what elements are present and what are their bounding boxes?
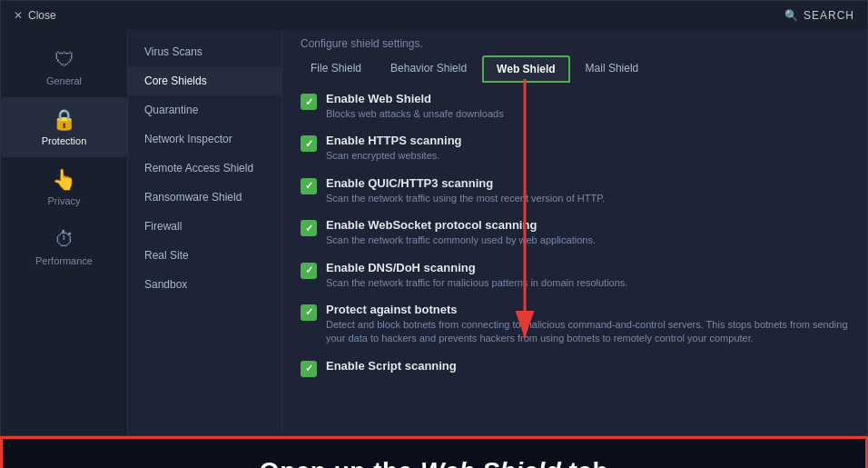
setting-title-quic: Enable QUIC/HTTP3 scanning xyxy=(326,176,849,190)
close-label: Close xyxy=(28,9,56,22)
submenu: Virus Scans Core Shields Quarantine Netw… xyxy=(128,30,282,435)
setting-title-web-shield: Enable Web Shield xyxy=(326,92,849,105)
setting-title-websocket: Enable WebSocket protocol scanning xyxy=(326,218,849,232)
tab-web-shield[interactable]: Web Shield xyxy=(482,55,569,83)
submenu-core-shields[interactable]: Core Shields xyxy=(128,66,281,95)
setting-script-scanning: Enable Script scanning xyxy=(301,359,849,377)
setting-title-script: Enable Script scanning xyxy=(326,359,849,373)
setting-desc-quic: Scan the network traffic using the most … xyxy=(326,192,849,205)
checkbox-dns-scanning[interactable] xyxy=(301,263,317,279)
sidebar-item-general[interactable]: 🛡 General xyxy=(1,37,127,97)
setting-desc-botnets: Detect and block botnets from connecting… xyxy=(326,318,849,346)
setting-dns-scanning: Enable DNS/DoH scanning Scan the network… xyxy=(301,261,849,290)
submenu-virus-scans[interactable]: Virus Scans xyxy=(128,37,281,66)
setting-websocket-scanning: Enable WebSocket protocol scanning Scan … xyxy=(301,218,849,247)
search-icon: 🔍 xyxy=(784,9,798,22)
protection-icon: 🔒 xyxy=(52,108,76,132)
tab-file-shield[interactable]: File Shield xyxy=(297,55,375,83)
checkbox-botnets[interactable] xyxy=(301,304,317,321)
submenu-network-inspector[interactable]: Network Inspector xyxy=(128,124,281,154)
setting-enable-web-shield: Enable Web Shield Blocks web attacks & u… xyxy=(301,92,849,121)
submenu-firewall[interactable]: Firewall xyxy=(128,212,281,241)
checkbox-https-scanning[interactable] xyxy=(301,135,317,152)
setting-title-https: Enable HTTPS scanning xyxy=(326,134,849,147)
sidebar-label-performance: Performance xyxy=(35,255,93,266)
submenu-real-site[interactable]: Real Site xyxy=(128,241,281,270)
main-content: 🛡 General 🔒 Protection 👆 Privacy ⏱ Perfo… xyxy=(1,30,867,435)
settings-header: Configure shield settings. xyxy=(282,30,867,50)
banner-italic: Web Shield xyxy=(420,457,561,468)
banner-text: Open up the Web Shield tab xyxy=(260,457,608,468)
sidebar-item-performance[interactable]: ⏱ Performance xyxy=(1,217,127,277)
submenu-quarantine[interactable]: Quarantine xyxy=(128,95,281,124)
checkbox-websocket-scanning[interactable] xyxy=(301,220,317,236)
setting-desc-web-shield: Blocks web attacks & unsafe downloads xyxy=(326,107,849,121)
title-bar: ✕ Close 🔍 SEARCH xyxy=(1,1,867,30)
sidebar-label-general: General xyxy=(46,75,82,86)
tabs-row: File Shield Behavior Shield Web Shield M… xyxy=(282,50,867,83)
bottom-banner: Open up the Web Shield tab xyxy=(0,436,868,468)
search-label: SEARCH xyxy=(804,9,854,22)
setting-quic-scanning: Enable QUIC/HTTP3 scanning Scan the netw… xyxy=(301,176,849,205)
search-button[interactable]: 🔍 SEARCH xyxy=(784,9,854,22)
general-icon: 🛡 xyxy=(54,48,74,72)
sidebar: 🛡 General 🔒 Protection 👆 Privacy ⏱ Perfo… xyxy=(1,30,128,435)
sidebar-item-privacy[interactable]: 👆 Privacy xyxy=(1,157,127,217)
checkbox-enable-web-shield[interactable] xyxy=(301,94,317,110)
sidebar-label-privacy: Privacy xyxy=(47,195,80,206)
checkbox-quic-scanning[interactable] xyxy=(301,178,317,194)
sidebar-label-protection: Protection xyxy=(42,135,87,146)
setting-botnets: Protect against botnets Detect and block… xyxy=(301,303,849,346)
close-icon: ✕ xyxy=(14,9,23,22)
sidebar-item-protection[interactable]: 🔒 Protection xyxy=(1,97,127,157)
close-button[interactable]: ✕ Close xyxy=(14,9,56,22)
submenu-remote-access-shield[interactable]: Remote Access Shield xyxy=(128,154,281,183)
setting-title-dns: Enable DNS/DoH scanning xyxy=(326,261,849,274)
settings-content: Enable Web Shield Blocks web attacks & u… xyxy=(282,83,867,435)
performance-icon: ⏱ xyxy=(54,228,74,252)
tab-mail-shield[interactable]: Mail Shield xyxy=(572,55,653,83)
submenu-ransomware-shield[interactable]: Ransomware Shield xyxy=(128,183,281,212)
setting-desc-dns: Scan the network traffic for malicious p… xyxy=(326,276,849,290)
checkbox-script-scanning[interactable] xyxy=(301,361,317,377)
setting-https-scanning: Enable HTTPS scanning Scan encrypted web… xyxy=(301,134,849,163)
privacy-icon: 👆 xyxy=(52,168,76,192)
setting-title-botnets: Protect against botnets xyxy=(326,303,849,316)
submenu-sandbox[interactable]: Sandbox xyxy=(128,270,281,299)
app-window: ✕ Close 🔍 SEARCH 🛡 General 🔒 Protection … xyxy=(0,0,868,436)
settings-panel: Configure shield settings. File Shield B… xyxy=(282,30,867,435)
setting-desc-https: Scan encrypted websites. xyxy=(326,149,849,163)
setting-desc-websocket: Scan the network traffic commonly used b… xyxy=(326,234,849,247)
tab-behavior-shield[interactable]: Behavior Shield xyxy=(377,55,480,83)
